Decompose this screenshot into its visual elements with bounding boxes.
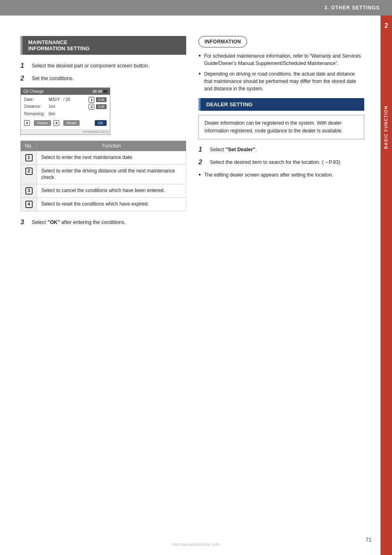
- badge-4: 4: [53, 120, 59, 126]
- num-badge-3: 3: [25, 187, 33, 195]
- distance-row: Distance: 1mi 2 Edit: [24, 104, 107, 110]
- screen-body: Date: M/D/Y / 20 1 Edit Distance: 1mi 2 …: [21, 95, 110, 129]
- step-1: 1 Select the desired part or component s…: [20, 62, 186, 70]
- step-2: 2 Set the conditions.: [20, 75, 186, 83]
- row-4-function: Select to reset the conditions which hav…: [37, 198, 186, 211]
- step-3-number: 3: [20, 219, 29, 226]
- date-value: M/D/Y / 20: [49, 97, 89, 102]
- screen-title: Oil Change: [23, 89, 44, 94]
- badge-3: 3: [24, 120, 30, 126]
- step-1-text: Select the desired part or component scr…: [32, 62, 149, 70]
- badge-2: 2: [89, 104, 94, 110]
- row-4-no: 4: [21, 198, 37, 211]
- bullet-1: For scheduled maintenance information, r…: [198, 52, 364, 67]
- date-label: Date:: [24, 97, 49, 102]
- screen-icon-2: [98, 90, 102, 93]
- row-3-no: 3: [21, 184, 37, 198]
- step-2-text: Set the conditions.: [32, 75, 74, 83]
- num-badge-2: 2: [25, 168, 33, 175]
- top-header: 3. OTHER SETTINGS: [0, 0, 392, 16]
- num-badge-4: 4: [25, 201, 33, 208]
- table-row: 1 Select to enter the next maintenance d…: [21, 151, 186, 164]
- ok-btn[interactable]: OK: [95, 120, 107, 126]
- num-badge-1: 1: [25, 154, 33, 161]
- step-3-text: Select "OK" after entering the condition…: [32, 219, 126, 226]
- dealer-step-2-number: 2: [198, 159, 207, 166]
- sidebar-label: BASIC FUNCTION: [384, 105, 389, 149]
- dealer-bullet-1: The editing dealer screen appears after …: [198, 171, 364, 179]
- footer-left-buttons: 3 Delete 4 Reset: [24, 120, 80, 126]
- reset-btn[interactable]: Reset: [63, 120, 80, 126]
- dealer-step-1: 1 Select "Set Dealer".: [198, 146, 364, 154]
- edit-btn-1[interactable]: Edit: [96, 97, 107, 102]
- row-1-function: Select to enter the next maintenance dat…: [37, 151, 186, 164]
- screen-footer: 3 Delete 4 Reset OK: [24, 120, 107, 126]
- section-title: 3. OTHER SETTINGS: [324, 5, 380, 11]
- delete-btn[interactable]: Delete: [34, 120, 51, 126]
- right-sidebar: 2 BASIC FUNCTION: [381, 16, 392, 555]
- step-1-number: 1: [20, 62, 29, 69]
- row-3-function: Select to cancel the conditions which ha…: [37, 184, 186, 198]
- dealer-step-1-text: Select "Set Dealer".: [210, 146, 257, 154]
- maintenance-heading-text: MAINTENANCEINFORMATION SETTING: [28, 39, 90, 51]
- screen-icons: [93, 90, 107, 93]
- oil-change-screen: Oil Change Date: M/D/Y / 20 1 Edit: [20, 87, 110, 135]
- row-1-no: 1: [21, 151, 37, 164]
- sidebar-number: 2: [381, 20, 392, 32]
- distance-label: Distance:: [24, 104, 49, 109]
- dealer-step-2-text: Select the desired item to search for th…: [210, 159, 340, 166]
- information-bullets: For scheduled maintenance information, r…: [198, 52, 364, 92]
- row-2-no: 2: [21, 164, 37, 184]
- step-3: 3 Select "OK" after entering the conditi…: [20, 219, 186, 226]
- screen-title-bar: Oil Change: [21, 88, 110, 95]
- col-no: No.: [21, 141, 37, 151]
- row-2-function: Select to enter the driving distance unt…: [37, 164, 186, 184]
- main-content: MAINTENANCEINFORMATION SETTING 1 Select …: [0, 16, 381, 555]
- dealer-info-box: Dealer information can be registered in …: [198, 115, 364, 139]
- step-2-number: 2: [20, 75, 29, 82]
- table-row: 2 Select to enter the driving distance u…: [21, 164, 186, 184]
- right-column: INFORMATION For scheduled maintenance in…: [198, 36, 364, 231]
- information-label: INFORMATION: [205, 39, 241, 45]
- remaining-value: 0mi: [49, 112, 107, 116]
- badge-1: 1: [89, 97, 94, 103]
- table-row: 3 Select to cancel the conditions which …: [21, 184, 186, 198]
- watermark: carmanualsonline.info: [172, 542, 220, 547]
- two-column-layout: MAINTENANCEINFORMATION SETTING 1 Select …: [20, 36, 364, 231]
- table-row: 4 Select to reset the conditions which h…: [21, 198, 186, 211]
- information-box: INFORMATION: [198, 36, 247, 47]
- date-row: Date: M/D/Y / 20 1 Edit: [24, 97, 107, 103]
- maintenance-heading: MAINTENANCEINFORMATION SETTING: [20, 36, 186, 55]
- dealer-step-1-number: 1: [198, 146, 207, 153]
- dealer-heading: DEALER SETTING: [198, 98, 364, 111]
- dealer-bullets: The editing dealer screen appears after …: [198, 171, 364, 179]
- bullet-2: Depending on driving or road conditions,…: [198, 70, 364, 92]
- remaining-label: Remaining:: [24, 112, 49, 116]
- page-number: 71: [366, 537, 372, 543]
- screen-icon-3: [103, 90, 107, 93]
- remaining-row: Remaining: 0mi: [24, 111, 107, 117]
- screen-icon-1: [93, 90, 97, 93]
- col-function: Function: [37, 141, 186, 151]
- dealer-step-2: 2 Select the desired item to search for …: [198, 159, 364, 166]
- left-column: MAINTENANCEINFORMATION SETTING 1 Select …: [20, 36, 186, 231]
- function-table: No. Function 1 Select to enter the next …: [20, 141, 186, 212]
- distance-value: 1mi: [49, 104, 89, 109]
- edit-btn-2[interactable]: Edit: [96, 104, 107, 109]
- screen-caption: MTM0029CL5US: [21, 129, 110, 134]
